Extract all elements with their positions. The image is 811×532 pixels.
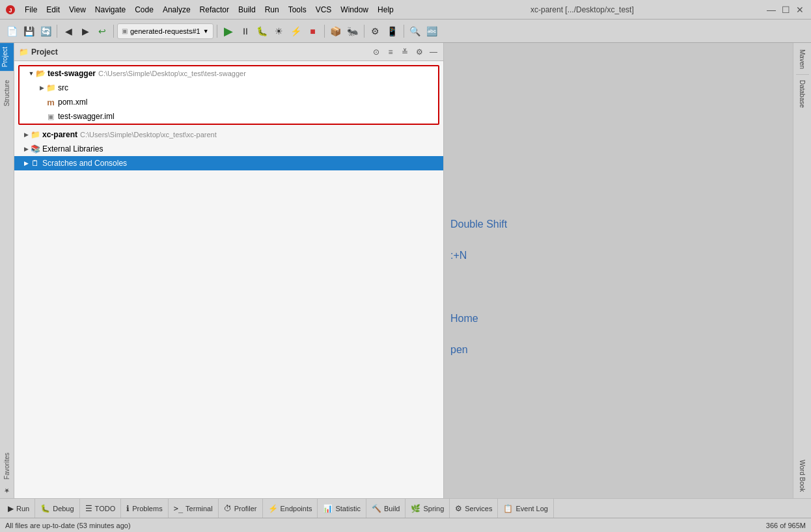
tree-item-test-swagger[interactable]: ▼ 📂 test-swagger C:\Users\Simple\Desktop… — [20, 66, 438, 81]
toolbar-new-btn[interactable]: 📄 — [4, 23, 20, 39]
toolbar-sep5 — [364, 25, 364, 38]
wordbook-sidebar-tab[interactable]: Word Book — [799, 456, 806, 496]
double-shift-label[interactable]: Double Shift — [450, 219, 507, 230]
menu-navigate[interactable]: Navigate — [91, 4, 130, 16]
tree-item-label-pom: pom.xml — [58, 98, 87, 107]
memory-indicator[interactable]: 366 of 965M — [766, 522, 806, 529]
status-bar-right: 366 of 965M — [766, 522, 806, 529]
app-icon: J — [5, 5, 16, 15]
tab-spring[interactable]: 🌿 Spring — [406, 499, 450, 518]
pause-button[interactable]: ⏸ — [238, 23, 253, 39]
tab-event-log[interactable]: 📋 Event Log — [498, 499, 554, 518]
menu-bar: File Edit View Navigate Code Analyze Ref… — [21, 4, 765, 16]
tab-build[interactable]: 🔨 Build — [366, 499, 406, 518]
menu-window[interactable]: Window — [337, 4, 372, 16]
database-sidebar-tab[interactable]: Database — [799, 76, 806, 112]
menu-view[interactable]: View — [65, 4, 90, 16]
debug-button[interactable]: 🐛 — [254, 23, 270, 39]
build-tab-icon: 🔨 — [372, 504, 381, 513]
collapse-btn[interactable]: ≡ — [385, 46, 396, 58]
search-shortcut-open[interactable]: pen — [450, 344, 468, 356]
services-tab-label: Services — [465, 505, 492, 512]
run-config-dropdown[interactable]: ▣ generated-requests#1 ▼ — [117, 23, 213, 39]
toolbar-revert-btn[interactable]: ↩ — [94, 23, 110, 39]
tab-endpoints[interactable]: ⚡ Endpoints — [263, 499, 318, 518]
settings-btn[interactable]: ⚙ — [368, 23, 383, 39]
menu-edit[interactable]: Edit — [42, 4, 64, 16]
search-shortcut-double-shift[interactable]: Double Shift — [450, 219, 507, 230]
run-button[interactable]: ▶ — [221, 23, 236, 39]
toolbar-sep3 — [217, 25, 217, 38]
close-button[interactable]: ✕ — [794, 4, 806, 16]
tab-debug[interactable]: 🐛 Debug — [35, 499, 79, 518]
ant-btn[interactable]: 🐜 — [345, 23, 361, 39]
project-tab[interactable]: Project — [0, 43, 14, 71]
profiler-tab-icon: ⏱ — [224, 504, 232, 513]
menu-run[interactable]: Run — [261, 4, 283, 16]
main-toolbar: 📄 💾 🔄 ◀ ▶ ↩ ▣ generated-requests#1 ▼ ▶ ⏸… — [0, 20, 811, 43]
coverage-button[interactable]: ☀ — [271, 23, 287, 39]
project-tree: ▼ 📂 test-swagger C:\Users\Simple\Desktop… — [14, 61, 443, 498]
tree-item-scratches[interactable]: ▶ 🗒 Scratches and Consoles — [14, 156, 443, 170]
structure-tab[interactable]: Structure — [2, 76, 12, 111]
maximize-button[interactable]: ☐ — [780, 4, 791, 16]
tab-services[interactable]: ⚙ Services — [450, 499, 498, 518]
folder-icon-xc: 📁 — [30, 129, 40, 140]
tree-item-src[interactable]: ▶ 📁 src — [20, 81, 438, 95]
gear-icon[interactable]: ⚙ — [413, 46, 425, 58]
scratches-icon: 🗒 — [30, 158, 40, 168]
toolbar-sync-btn[interactable]: 🔄 — [38, 23, 53, 39]
profiler-tab-label: Profiler — [234, 505, 257, 512]
project-panel-title: Project — [31, 47, 368, 57]
toolbar-sep6 — [404, 25, 404, 38]
tree-item-label: test-swagger — [48, 69, 96, 78]
endpoints-tab-icon: ⚡ — [268, 504, 278, 513]
tab-problems[interactable]: ℹ Problems — [121, 499, 168, 518]
search-btn[interactable]: 🔍 — [407, 23, 423, 39]
minimize-button[interactable]: — — [765, 4, 777, 16]
tree-item-external-libs[interactable]: ▶ 📚 External Libraries — [14, 142, 443, 156]
sdk-btn[interactable]: 📱 — [385, 23, 400, 39]
menu-code[interactable]: Code — [131, 4, 158, 16]
options-btn[interactable]: ≚ — [399, 46, 411, 58]
tree-item-iml[interactable]: ▣ test-swagger.iml — [20, 109, 438, 124]
tab-run[interactable]: ▶ Run — [3, 499, 35, 518]
home-label[interactable]: Home — [450, 313, 478, 324]
menu-refactor[interactable]: Refactor — [196, 4, 233, 16]
debug-tab-icon: 🐛 — [40, 504, 50, 513]
locate-btn[interactable]: ⊙ — [370, 46, 382, 58]
search-shortcut-home[interactable]: Home — [450, 313, 478, 325]
favorites-tab[interactable]: Favorites — [2, 449, 12, 483]
tree-item-xc-parent[interactable]: ▶ 📁 xc-parent C:\Users\Simple\Desktop\xc… — [14, 127, 443, 142]
open-label[interactable]: pen — [450, 344, 468, 355]
translate-btn[interactable]: 🔤 — [424, 23, 440, 39]
menu-tools[interactable]: Tools — [284, 4, 310, 16]
tab-statistic[interactable]: 📊 Statistic — [318, 499, 366, 518]
spring-tab-label: Spring — [423, 505, 444, 512]
profile-button[interactable]: ⚡ — [288, 23, 304, 39]
stop-button[interactable]: ■ — [305, 23, 321, 39]
menu-build[interactable]: Build — [234, 4, 260, 16]
toolbar-save-btn[interactable]: 💾 — [21, 23, 36, 39]
maven-sidebar-tab[interactable]: Maven — [799, 46, 806, 73]
tab-terminal[interactable]: >_ Terminal — [169, 499, 219, 518]
tab-profiler[interactable]: ⏱ Profiler — [219, 499, 263, 518]
menu-file[interactable]: File — [21, 4, 41, 16]
svg-text:J: J — [8, 7, 12, 14]
toolbar-back-btn[interactable]: ◀ — [61, 23, 76, 39]
menu-vcs[interactable]: VCS — [312, 4, 336, 16]
minimize-panel-btn[interactable]: — — [428, 46, 439, 58]
toolbar-forward-btn[interactable]: ▶ — [77, 23, 93, 39]
menu-analyze[interactable]: Analyze — [159, 4, 195, 16]
terminal-tab-icon: >_ — [174, 504, 183, 513]
endpoints-tab-label: Endpoints — [281, 505, 312, 512]
bottom-toolbar: ▶ Run 🐛 Debug ☰ TODO ℹ Problems >_ Termi… — [0, 498, 811, 518]
bookmark-icon[interactable]: ★ — [2, 483, 12, 498]
search-shortcut-new[interactable]: :+N — [450, 250, 467, 261]
menu-help[interactable]: Help — [374, 4, 398, 16]
ctrl-n-label[interactable]: :+N — [450, 250, 467, 261]
tab-todo[interactable]: ☰ TODO — [80, 499, 122, 518]
build-artifact-btn[interactable]: 📦 — [328, 23, 344, 39]
tree-item-pom[interactable]: m pom.xml — [20, 95, 438, 109]
toolbar-sep4 — [324, 25, 325, 38]
